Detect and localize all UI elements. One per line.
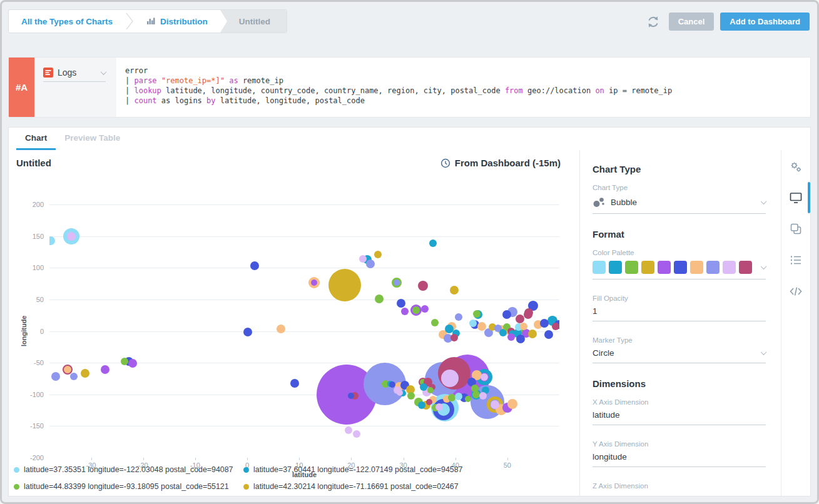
tab-chart[interactable]: Chart <box>16 128 56 150</box>
gridline <box>49 236 559 237</box>
bubble-mark <box>552 323 559 330</box>
y-axis-dimension-label: Y Axis Dimension <box>593 440 766 448</box>
logs-icon <box>43 68 53 78</box>
bubble-mark <box>243 328 252 336</box>
cancel-button[interactable]: Cancel <box>669 13 715 31</box>
bubble-mark <box>471 385 479 392</box>
x-tick-mark <box>91 458 92 460</box>
y-tick-label: 0 <box>9 328 44 335</box>
marker-type-label: Marker Type <box>593 336 766 344</box>
palette-swatch <box>739 261 752 274</box>
fill-opacity-input[interactable] <box>593 306 766 321</box>
chart-area: Untitled From Dashboard (-15m) longitude… <box>9 150 579 496</box>
bubble-mark <box>311 280 317 286</box>
bubble-mark <box>359 255 367 263</box>
settings-gears-icon[interactable] <box>788 159 804 175</box>
bubble-mark <box>67 232 76 241</box>
x-tick-mark <box>143 458 144 460</box>
top-bar: All the Types of Charts Distribution Unt… <box>2 2 817 42</box>
time-range-label: From Dashboard (-15m) <box>440 158 561 168</box>
bubble-mark <box>374 251 382 258</box>
x-tick-mark <box>195 458 196 460</box>
bubble-mark <box>441 370 459 387</box>
bubble-mark <box>410 305 422 316</box>
breadcrumb-label: All the Types of Charts <box>21 17 113 26</box>
chart-type-label: Chart Type <box>593 184 766 191</box>
bubble-mark <box>328 269 361 301</box>
bubble-mark <box>392 278 402 288</box>
palette-swatch <box>706 261 720 274</box>
tab-bar: Chart Preview Table <box>9 128 810 150</box>
query-panel: #A Logs error| parse "remote_ip=*]" as r… <box>8 57 811 118</box>
y-tick-label: 200 <box>9 201 44 208</box>
palette-swatch <box>690 261 703 274</box>
y-axis-ticks: 200150100500-50-100-150-200 <box>9 204 44 458</box>
breadcrumb-panel-distribution[interactable]: Distribution <box>134 10 220 33</box>
bubble-mark <box>426 399 432 405</box>
breadcrumb-untitled[interactable]: Untitled <box>220 10 287 33</box>
bubble-mark <box>401 308 409 315</box>
active-panel-indicator <box>808 182 810 213</box>
color-palette-swatches <box>593 261 752 274</box>
palette-swatch <box>723 261 736 274</box>
marker-type-select[interactable]: Circle <box>593 348 766 363</box>
bubble-mark <box>450 334 458 341</box>
query-line: | count as logins by latitude, longitude… <box>125 96 810 106</box>
bubble-mark <box>250 261 259 270</box>
bubble-mark <box>418 401 425 409</box>
bubble-mark <box>389 381 395 388</box>
bubble-mark <box>418 281 428 291</box>
bubble-mark <box>397 390 403 396</box>
color-palette-label: Color Palette <box>593 249 766 256</box>
x-tick-mark <box>404 458 404 460</box>
z-axis-dimension-input[interactable] <box>593 494 766 496</box>
legend-dot <box>14 467 19 473</box>
bubble-mark <box>366 260 375 268</box>
bubble-mark <box>427 387 434 393</box>
bubble-mark <box>435 403 443 411</box>
query-editor[interactable]: error| parse "remote_ip=*]" as remote_ip… <box>116 58 810 117</box>
bubble-mark <box>502 310 511 319</box>
add-to-dashboard-button[interactable]: Add to Dashboard <box>720 13 810 31</box>
source-select[interactable]: Logs <box>43 68 106 82</box>
query-line: error <box>125 66 810 76</box>
section-heading-format: Format <box>593 229 766 239</box>
fill-opacity-label: Fill Opacity <box>593 295 766 302</box>
x-tick-mark <box>247 458 248 460</box>
x-tick-mark <box>351 458 352 460</box>
bubble-mark <box>507 333 515 341</box>
refresh-icon[interactable] <box>646 15 660 29</box>
duplicate-icon[interactable] <box>788 221 804 237</box>
code-icon[interactable] <box>788 283 804 300</box>
chevron-down-icon <box>761 263 767 270</box>
legend-dot <box>14 484 19 490</box>
bubble-mark <box>455 313 462 321</box>
tab-preview-table[interactable]: Preview Table <box>56 128 129 150</box>
side-toolbar <box>781 150 810 496</box>
display-settings-icon[interactable] <box>788 189 804 206</box>
y-axis-dimension-input[interactable] <box>593 452 766 467</box>
main-panel: Chart Preview Table Untitled From Dashbo… <box>8 127 811 496</box>
chart-type-select[interactable]: Bubble <box>593 196 766 214</box>
bubble-mark <box>353 430 360 438</box>
breadcrumb-dashboard[interactable]: All the Types of Charts <box>9 10 125 33</box>
bubble-mark <box>420 383 427 391</box>
settings-panel: Chart Type Chart Type Bubble Format Colo… <box>579 150 781 496</box>
x-axis-dimension-input[interactable] <box>593 410 766 425</box>
x-tick-mark <box>507 458 508 460</box>
list-icon[interactable] <box>788 252 804 268</box>
bubble-mark <box>290 379 299 388</box>
chart-title: Untitled <box>16 158 51 168</box>
legend-label: latitude=44.83399 longitude=-93.18095 po… <box>24 482 229 491</box>
section-heading-chart-type: Chart Type <box>593 164 766 174</box>
bubble-mark <box>516 335 525 343</box>
color-palette-select[interactable] <box>593 261 766 280</box>
palette-swatch <box>625 261 638 274</box>
bubble-mark <box>345 426 352 434</box>
legend-item: latitude=37.35351 longitude=-122.03048 p… <box>14 465 243 474</box>
query-source-column: Logs <box>34 58 116 117</box>
legend-label: latitude=42.30214 longitude=-71.16691 po… <box>253 482 459 491</box>
chevron-down-icon <box>101 69 107 75</box>
bar-chart-icon <box>146 16 155 27</box>
query-row-badge: #A <box>9 58 34 117</box>
